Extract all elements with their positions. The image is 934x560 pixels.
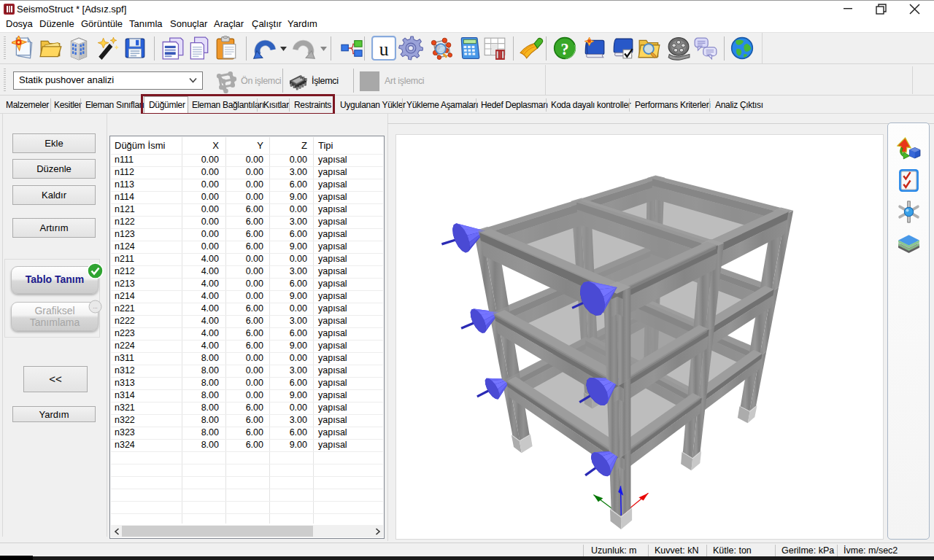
svg-text:u: u: [379, 39, 389, 60]
svg-text:?: ?: [560, 40, 568, 58]
svg-text:...: ...: [93, 303, 98, 310]
